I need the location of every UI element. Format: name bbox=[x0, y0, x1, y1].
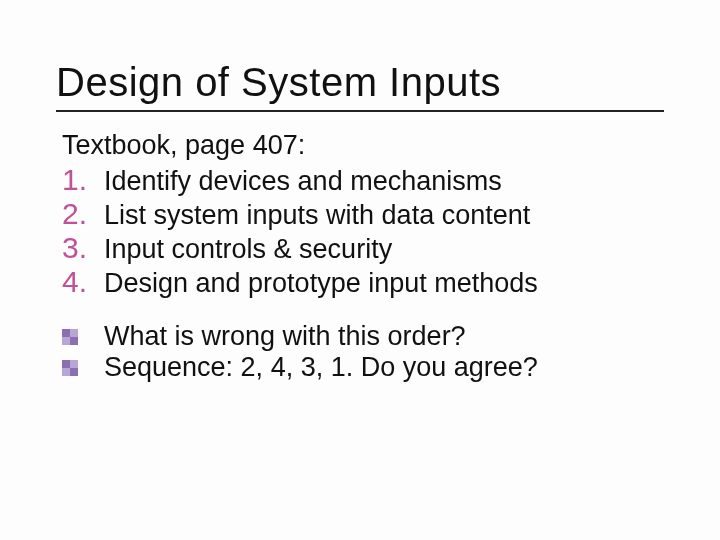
bullet-item: What is wrong with this order? bbox=[62, 321, 664, 352]
list-number: 4. bbox=[62, 265, 104, 299]
list-item: 1. Identify devices and mechanisms bbox=[62, 163, 664, 197]
list-text: Identify devices and mechanisms bbox=[104, 166, 502, 197]
ordered-list: 1. Identify devices and mechanisms 2. Li… bbox=[62, 163, 664, 299]
slide: Design of System Inputs Textbook, page 4… bbox=[0, 0, 720, 540]
bullet-item: Sequence: 2, 4, 3, 1. Do you agree? bbox=[62, 352, 664, 383]
svg-rect-1 bbox=[70, 329, 78, 337]
svg-rect-2 bbox=[62, 337, 70, 345]
diamond-bullet-icon bbox=[62, 329, 104, 345]
svg-rect-0 bbox=[62, 329, 70, 337]
list-text: Design and prototype input methods bbox=[104, 268, 538, 299]
list-item: 2. List system inputs with data content bbox=[62, 197, 664, 231]
list-text: List system inputs with data content bbox=[104, 200, 530, 231]
list-item: 3. Input controls & security bbox=[62, 231, 664, 265]
svg-rect-6 bbox=[62, 368, 70, 376]
list-text: Input controls & security bbox=[104, 234, 392, 265]
title-underline bbox=[56, 110, 664, 112]
bullet-text: What is wrong with this order? bbox=[104, 321, 466, 352]
list-number: 3. bbox=[62, 231, 104, 265]
svg-rect-3 bbox=[70, 337, 78, 345]
bullet-list: What is wrong with this order? Sequence:… bbox=[62, 321, 664, 383]
svg-rect-7 bbox=[70, 368, 78, 376]
list-item: 4. Design and prototype input methods bbox=[62, 265, 664, 299]
diamond-bullet-icon bbox=[62, 360, 104, 376]
list-number: 2. bbox=[62, 197, 104, 231]
svg-rect-4 bbox=[62, 360, 70, 368]
bullet-text: Sequence: 2, 4, 3, 1. Do you agree? bbox=[104, 352, 538, 383]
list-number: 1. bbox=[62, 163, 104, 197]
intro-text: Textbook, page 407: bbox=[62, 130, 664, 161]
slide-title: Design of System Inputs bbox=[56, 60, 664, 104]
svg-rect-5 bbox=[70, 360, 78, 368]
